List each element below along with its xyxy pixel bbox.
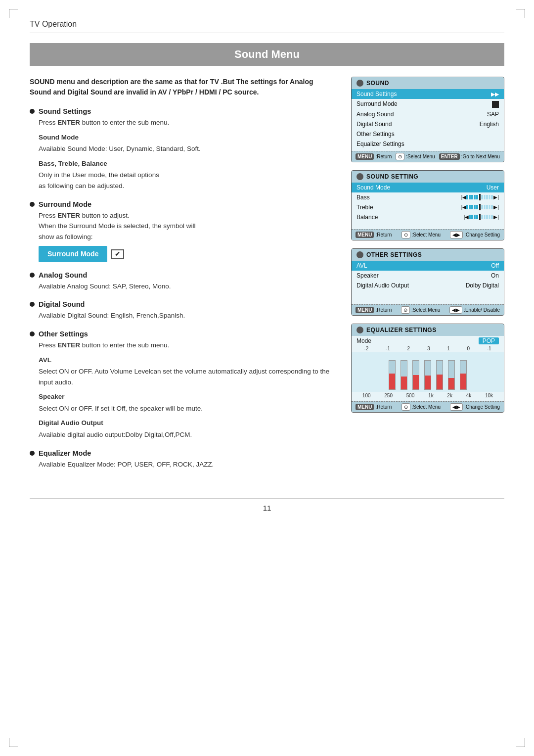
panel-sound-footer: MENU :Return ⊙ :Select Menu ENTER :Go to… [352, 151, 504, 162]
eq-num-2: 2 [407, 346, 410, 351]
menu-btn: MENU [356, 153, 374, 160]
panel-other-settings: OTHER SETTINGS AVL Off Speaker On Digita… [351, 248, 504, 316]
eq-bar-outer [400, 360, 407, 390]
eq-bar-outer [389, 360, 396, 390]
change-btn: ◀▶ [450, 231, 463, 238]
section-title-other: Other Settings [30, 330, 336, 338]
page-title: Sound Menu [234, 48, 300, 60]
sub-avl: AVL [39, 355, 336, 366]
bullet-analog [30, 273, 35, 278]
corner-mark-tr [516, 9, 525, 18]
intro-text: SOUND menu and description are the same … [30, 77, 336, 97]
enter-btn: ENTER [439, 153, 460, 160]
menu-btn: MENU [356, 232, 374, 238]
panel-sound-setting-header: SOUND SETTING [352, 171, 504, 183]
sound-row-sound-settings[interactable]: Sound Settings ▶▶ [352, 89, 504, 99]
row-label: Balance [356, 214, 464, 221]
eq-bar-fill [460, 374, 466, 389]
panel-eq-header: EQUALIZER SETTINGS [352, 324, 504, 336]
footer-select: ⊙ :Select Menu [401, 306, 440, 314]
panel-eq-title: EQUALIZER SETTINGS [366, 327, 437, 333]
select-label: :Select Menu [412, 404, 441, 410]
panel-other-footer: MENU :Return ⊙ :Select Menu ◀▶ :Enable/ … [352, 304, 504, 315]
bullet-other [30, 331, 35, 336]
footer-return: MENU :Return [356, 232, 392, 238]
freq-100: 100 [362, 393, 371, 398]
eq-num-0: -2 [364, 346, 368, 351]
text-sound-mode: Available Sound Mode: User, Dynamic, Sta… [39, 143, 336, 154]
row-label: Bass [356, 194, 461, 201]
sub-bass-treble: Bass, Treble, Balance [39, 158, 336, 169]
sound-row-other[interactable]: Other Settings [352, 129, 504, 139]
section-analog-sound: Analog Sound Available Analog Sound: SAP… [30, 271, 336, 292]
eq-bar-fill [389, 374, 395, 389]
row-value: ▶▶ [491, 91, 499, 97]
eq-bar-fill [401, 377, 407, 389]
panel-sound-setting: SOUND SETTING Sound Mode User Bass |◀ [351, 170, 504, 240]
text-equalizer: Available Equalizer Mode: POP, USER, OFF… [39, 459, 336, 470]
row-value: SAP [487, 111, 499, 118]
sound-row-equalizer[interactable]: Equalizer Settings [352, 139, 504, 149]
row-label: Other Settings [356, 131, 499, 138]
row-label: Speaker [356, 272, 491, 279]
corner-mark-tl [9, 9, 18, 18]
text-avl: Select ON or OFF. Auto Volume Levelcan s… [39, 366, 336, 387]
setting-row-mode[interactable]: Sound Mode User [352, 183, 504, 192]
surround-mode-label: Surround Mode [39, 246, 107, 262]
right-panels: SOUND Sound Settings ▶▶ Surround Mode An… [351, 77, 504, 478]
sound-row-analog[interactable]: Analog Sound SAP [352, 109, 504, 119]
header-text: TV Operation [30, 20, 77, 28]
eq-bar-10k [460, 360, 467, 390]
sub-digital-audio: Digital Audio Output [39, 418, 336, 428]
eq-bar-outer [412, 360, 419, 390]
checkmark-symbol: ✔ [115, 248, 121, 259]
sub-sound-mode: Sound Mode [39, 132, 336, 143]
panel-sound: SOUND Sound Settings ▶▶ Surround Mode An… [351, 77, 504, 162]
panel-eq-footer: MENU :Return ⊙ :Select Menu ◀▶ :Change S… [352, 401, 504, 412]
panel-setting-footer: MENU :Return ⊙ :Select Menu ◀▶ :Change S… [352, 229, 504, 240]
tv-dot-setting [356, 173, 363, 180]
page-header: TV Operation [30, 20, 504, 33]
eq-bar-fill [425, 376, 431, 389]
sound-row-surround[interactable]: Surround Mode [352, 99, 504, 109]
row-label: AVL [356, 262, 491, 269]
eq-mode-value: POP [479, 337, 499, 344]
footer-change: ◀▶ :Change Setting [450, 231, 500, 238]
eq-bar-outer [436, 360, 443, 390]
freq-250: 250 [384, 393, 393, 398]
sound-row-digital[interactable]: Digital Sound English [352, 119, 504, 129]
other-row-digital-audio[interactable]: Digital Audio Output Dolby Digital [352, 281, 504, 290]
setting-row-balance[interactable]: Balance |◀ ▶| [352, 212, 504, 222]
freq-2k: 2k [447, 393, 452, 398]
section-title-sound-settings: Sound Settings [30, 107, 336, 115]
select-label: :Select Menu [411, 307, 440, 313]
row-value: |◀ ▶| [464, 214, 499, 220]
row-value: |◀ ▶| [461, 194, 499, 200]
tv-dot-other [356, 251, 363, 258]
other-row-avl[interactable]: AVL Off [352, 261, 504, 271]
row-value: Off [491, 262, 499, 269]
change-label: :Change Setting [464, 232, 500, 237]
select-label: :Select Menu [406, 154, 435, 159]
label-digital: Digital Sound [39, 300, 85, 308]
text-surround-enter: Press ENTER button to adjust. [39, 210, 336, 221]
other-row-speaker[interactable]: Speaker On [352, 271, 504, 281]
freq-1k: 1k [428, 393, 434, 398]
tv-dot-eq [356, 327, 363, 333]
sub-speaker: Speaker [39, 391, 336, 402]
eq-num-6: -1 [487, 346, 491, 351]
left-content: SOUND menu and description are the same … [30, 77, 336, 478]
text-enter-sub: Press ENTER button to enter the sub menu… [39, 117, 336, 128]
text-surround-desc: When the Surround Mode is selected, the … [39, 221, 336, 232]
body-other: Press ENTER button to enter the sub menu… [30, 340, 336, 440]
footer-return: MENU :Return [356, 307, 392, 313]
eq-bar-500 [412, 360, 419, 390]
row-label: Digital Audio Output [356, 282, 466, 289]
menu-btn: MENU [356, 307, 374, 313]
page-footer: 11 [30, 498, 504, 512]
eq-bar-100 [389, 360, 396, 390]
setting-row-bass[interactable]: Bass |◀ ▶| [352, 192, 504, 202]
eq-bar-fill [448, 378, 454, 389]
setting-row-treble[interactable]: Treble |◀ ▶| [352, 202, 504, 212]
text-digital: Available Digital Sound: English, French… [39, 310, 336, 321]
